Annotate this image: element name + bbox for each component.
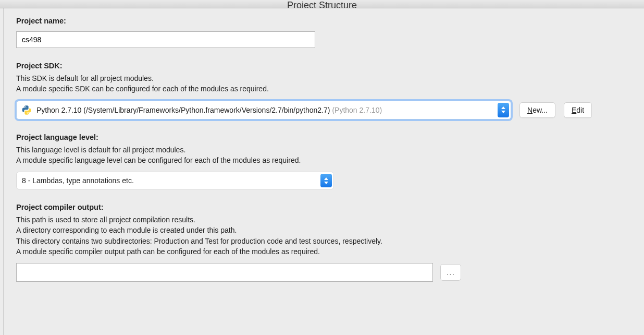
compiler-output-browse-button[interactable]: ... [440,264,461,281]
project-sdk-combobox[interactable]: Python 2.7.10 (/System/Library/Framework… [16,101,511,119]
compiler-output-input[interactable] [16,263,433,282]
sdk-edit-button[interactable]: Edit [564,102,592,118]
language-level-section: Project language level: This language le… [16,133,631,190]
language-level-selected: 8 - Lambdas, type annotations etc. [22,176,134,185]
compiler-output-desc1: This path is used to store all project c… [16,214,631,225]
project-sdk-hint: (Python 2.7.10) [332,106,382,114]
compiler-output-desc3: This directory contains two subdirectori… [16,236,631,246]
window-titlebar: Project Structure [0,0,644,8]
project-name-section: Project name: [16,17,631,48]
compiler-output-label: Project compiler output: [16,203,631,211]
language-level-label: Project language level: [16,133,631,141]
project-sdk-label: Project SDK: [16,62,631,70]
language-level-combobox[interactable]: 8 - Lambdas, type annotations etc. [16,172,334,189]
python-icon [21,104,32,116]
project-sdk-desc1: This SDK is default for all project modu… [16,73,631,83]
language-level-desc2: A module specific language level can be … [16,155,631,165]
compiler-output-desc2: A directory corresponding to each module… [16,225,631,235]
project-name-input[interactable] [16,31,315,48]
compiler-output-desc4: A module specific compiler output path c… [16,246,631,257]
dialog-content: Project name: Project SDK: This SDK is d… [3,8,644,335]
combobox-stepper-icon [320,174,332,187]
combobox-stepper-icon [498,103,509,117]
compiler-output-section: Project compiler output: This path is us… [16,203,631,282]
project-sdk-desc2: A module specific SDK can be configured … [16,83,631,94]
project-sdk-section: Project SDK: This SDK is default for all… [16,62,631,119]
project-sdk-selected: Python 2.7.10 (/System/Library/Framework… [36,106,330,114]
window-title: Project Structure [287,0,357,8]
sdk-new-label-rest: ew... [532,106,548,114]
sdk-edit-label-rest: dit [576,106,584,114]
project-name-label: Project name: [16,17,631,25]
sdk-new-button[interactable]: New... [519,102,555,118]
language-level-desc1: This language level is default for all p… [16,145,631,155]
